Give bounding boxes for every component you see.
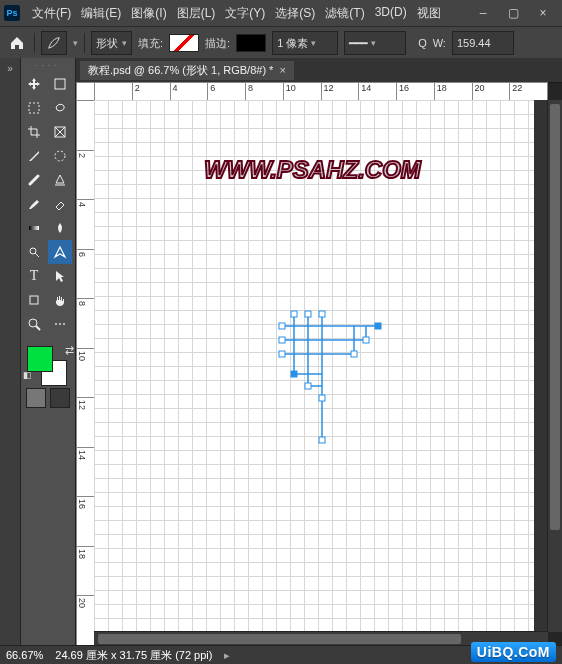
menu-select[interactable]: 选择(S) bbox=[271, 3, 319, 24]
stroke-swatch[interactable] bbox=[236, 34, 266, 52]
standard-mode[interactable] bbox=[26, 388, 46, 408]
quick-select-tool[interactable] bbox=[48, 144, 72, 168]
fill-swatch[interactable] bbox=[169, 34, 199, 52]
toolbox-handle[interactable]: ···· bbox=[21, 60, 75, 70]
zoom-level[interactable]: 66.67% bbox=[6, 649, 43, 661]
shape-tool[interactable] bbox=[22, 288, 46, 312]
site-watermark: UiBQ.CoM bbox=[471, 642, 556, 662]
eraser-tool[interactable] bbox=[48, 192, 72, 216]
menu-edit[interactable]: 编辑(E) bbox=[77, 3, 125, 24]
window-controls: – ▢ × bbox=[468, 2, 558, 24]
quickmask-mode[interactable] bbox=[50, 388, 70, 408]
app-logo: Ps bbox=[4, 5, 20, 21]
svg-line-8 bbox=[35, 253, 39, 257]
svg-rect-9 bbox=[30, 296, 38, 304]
toolbox: ···· T ⋯ ⇄ bbox=[21, 58, 76, 646]
stroke-width-input[interactable]: 1 像素▾ bbox=[272, 31, 338, 55]
stroke-style-dropdown[interactable]: ━━━ ▾ bbox=[344, 31, 406, 55]
close-icon[interactable]: × bbox=[279, 64, 285, 76]
document-tab[interactable]: 教程.psd @ 66.7% (形状 1, RGB/8#) * × bbox=[80, 61, 294, 80]
svg-rect-26 bbox=[319, 437, 325, 443]
svg-rect-6 bbox=[29, 226, 39, 230]
canvas[interactable]: WWW.PSAHZ.COM bbox=[94, 100, 534, 632]
chevron-right-icon[interactable]: ▸ bbox=[224, 649, 230, 662]
svg-rect-18 bbox=[305, 311, 311, 317]
chevron-down-icon: ▾ bbox=[371, 38, 376, 48]
color-swatches: ⇄ ◧ bbox=[21, 342, 75, 384]
gradient-tool[interactable] bbox=[22, 216, 46, 240]
menu-layer[interactable]: 图层(L) bbox=[173, 3, 220, 24]
frame-tool[interactable] bbox=[48, 120, 72, 144]
options-bar: ▾ 形状 ▾ 填充: 描边: 1 像素▾ ━━━ ▾ Q W: 159.44 bbox=[0, 27, 562, 60]
home-icon[interactable] bbox=[6, 32, 28, 54]
mask-mode bbox=[21, 388, 75, 408]
document-info[interactable]: 24.69 厘米 x 31.75 厘米 (72 ppi) bbox=[55, 648, 212, 663]
chevron-right-icon[interactable]: » bbox=[0, 58, 20, 78]
chevron-down-icon: ▾ bbox=[311, 38, 316, 48]
shape-mode-dropdown[interactable]: 形状 ▾ bbox=[91, 31, 132, 55]
hand-tool[interactable] bbox=[48, 288, 72, 312]
width-input[interactable]: 159.44 bbox=[452, 31, 514, 55]
left-panel-strip: » bbox=[0, 58, 21, 646]
menu-view[interactable]: 视图 bbox=[413, 3, 445, 24]
titlebar: Ps 文件(F) 编辑(E) 图像(I) 图层(L) 文字(Y) 选择(S) 滤… bbox=[0, 0, 562, 27]
minimize-button[interactable]: – bbox=[468, 2, 498, 24]
divider bbox=[34, 33, 35, 53]
stroke-label: 描边: bbox=[205, 36, 230, 51]
scrollbar-vertical[interactable] bbox=[547, 100, 562, 632]
marquee-tool[interactable] bbox=[22, 96, 46, 120]
svg-line-11 bbox=[36, 326, 40, 330]
maximize-button[interactable]: ▢ bbox=[498, 2, 528, 24]
foreground-color[interactable] bbox=[27, 346, 53, 372]
document-area: 教程.psd @ 66.7% (形状 1, RGB/8#) * × 2 4 6 … bbox=[76, 58, 562, 646]
svg-rect-23 bbox=[291, 371, 297, 377]
svg-rect-15 bbox=[279, 337, 285, 343]
menu-filter[interactable]: 滤镜(T) bbox=[321, 3, 368, 24]
scrollbar-thumb[interactable] bbox=[550, 104, 560, 530]
ruler-corner bbox=[76, 82, 96, 102]
svg-rect-17 bbox=[291, 311, 297, 317]
lasso-tool[interactable] bbox=[48, 96, 72, 120]
blur-tool[interactable] bbox=[48, 216, 72, 240]
svg-rect-22 bbox=[351, 351, 357, 357]
scrollbar-thumb[interactable] bbox=[98, 634, 461, 644]
menu-file[interactable]: 文件(F) bbox=[28, 3, 75, 24]
edit-toolbar[interactable]: ⋯ bbox=[48, 312, 72, 336]
tool-preset-picker[interactable] bbox=[41, 31, 67, 55]
vector-shape[interactable] bbox=[282, 314, 402, 444]
clone-stamp-tool[interactable] bbox=[48, 168, 72, 192]
svg-rect-1 bbox=[29, 103, 39, 113]
svg-rect-19 bbox=[319, 311, 325, 317]
move-tool[interactable] bbox=[22, 72, 46, 96]
dodge-tool[interactable] bbox=[22, 240, 46, 264]
swap-colors-icon[interactable]: ⇄ bbox=[65, 344, 74, 357]
menu-type[interactable]: 文字(Y) bbox=[221, 3, 269, 24]
tab-title: 教程.psd @ 66.7% (形状 1, RGB/8#) * bbox=[88, 63, 273, 78]
ruler-vertical[interactable]: 2 4 6 8 10 12 14 16 18 20 bbox=[76, 100, 96, 646]
ruler-horizontal[interactable]: 2 4 6 8 10 12 14 16 18 20 22 bbox=[94, 82, 548, 102]
svg-rect-14 bbox=[279, 323, 285, 329]
brush-tool[interactable] bbox=[22, 192, 46, 216]
menubar: 文件(F) 编辑(E) 图像(I) 图层(L) 文字(Y) 选择(S) 滤镜(T… bbox=[28, 3, 468, 24]
menu-image[interactable]: 图像(I) bbox=[127, 3, 170, 24]
svg-point-10 bbox=[29, 319, 37, 327]
chevron-down-icon: ▾ bbox=[122, 38, 127, 48]
svg-rect-25 bbox=[319, 395, 325, 401]
svg-rect-20 bbox=[375, 323, 381, 329]
chevron-down-icon[interactable]: ▾ bbox=[73, 38, 78, 48]
menu-3d[interactable]: 3D(D) bbox=[371, 3, 411, 24]
artboard-tool[interactable] bbox=[48, 72, 72, 96]
path-select-tool[interactable] bbox=[48, 264, 72, 288]
pen-tool[interactable] bbox=[48, 240, 72, 264]
healing-tool[interactable] bbox=[22, 168, 46, 192]
divider bbox=[84, 33, 85, 53]
type-tool[interactable]: T bbox=[22, 264, 46, 288]
svg-rect-21 bbox=[363, 337, 369, 343]
width-label: W: bbox=[433, 37, 446, 49]
eyedropper-tool[interactable] bbox=[22, 144, 46, 168]
close-button[interactable]: × bbox=[528, 2, 558, 24]
zoom-tool[interactable] bbox=[22, 312, 46, 336]
canvas-viewport[interactable]: WWW.PSAHZ.COM bbox=[94, 100, 548, 632]
crop-tool[interactable] bbox=[22, 120, 46, 144]
gear-icon[interactable]: Q bbox=[418, 37, 427, 49]
